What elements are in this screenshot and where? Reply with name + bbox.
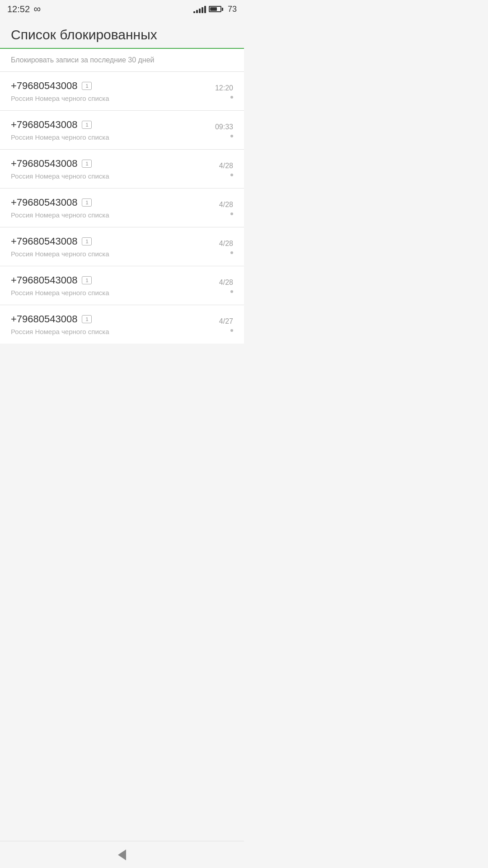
call-phone-number: +79680543008 (11, 119, 77, 131)
filter-bar: Блокировать записи за последние 30 дней (0, 49, 244, 72)
sim-badge: 1 (82, 315, 92, 323)
call-list-item[interactable]: +79680543008 1 Россия Номера черного спи… (0, 72, 244, 111)
call-dot-icon (230, 290, 233, 293)
call-phone-number: +79680543008 (11, 158, 77, 170)
call-list-item[interactable]: +79680543008 1 Россия Номера черного спи… (0, 305, 244, 344)
call-country: Россия (11, 211, 33, 219)
call-dot-icon (230, 212, 233, 215)
call-time-area: 4/28 (219, 278, 233, 293)
call-phone-number: +79680543008 (11, 274, 77, 286)
call-info-left: +79680543008 1 Россия Номера черного спи… (11, 313, 219, 335)
call-number-row: +79680543008 1 (11, 236, 219, 247)
call-number-row: +79680543008 1 (11, 119, 215, 131)
call-time-area: 12:20 (215, 84, 233, 99)
sim-badge: 1 (82, 82, 92, 90)
call-list-type: Номера черного списка (35, 172, 109, 180)
call-phone-number: +79680543008 (11, 313, 77, 325)
call-country: Россия (11, 250, 33, 258)
signal-bars-icon (193, 5, 206, 13)
call-timestamp: 4/28 (219, 201, 233, 209)
call-info-left: +79680543008 1 Россия Номера черного спи… (11, 158, 219, 180)
call-time-area: 4/27 (219, 317, 233, 332)
call-timestamp: 4/28 (219, 278, 233, 287)
call-details: Россия Номера черного списка (11, 172, 219, 180)
call-list-item[interactable]: +79680543008 1 Россия Номера черного спи… (0, 150, 244, 189)
call-number-row: +79680543008 1 (11, 80, 215, 92)
call-time-area: 4/28 (219, 240, 233, 254)
call-timestamp: 4/28 (219, 162, 233, 170)
call-time-area: 4/28 (219, 201, 233, 215)
call-details: Россия Номера черного списка (11, 94, 215, 102)
call-details: Россия Номера черного списка (11, 328, 219, 335)
battery-icon (209, 6, 223, 12)
call-phone-number: +79680543008 (11, 236, 77, 247)
call-list-item[interactable]: +79680543008 1 Россия Номера черного спи… (0, 227, 244, 266)
call-timestamp: 4/28 (219, 240, 233, 248)
call-list-item[interactable]: +79680543008 1 Россия Номера черного спи… (0, 266, 244, 305)
call-list-type: Номера черного списка (35, 94, 109, 102)
call-country: Россия (11, 328, 33, 335)
call-list-type: Номера черного списка (35, 250, 109, 258)
call-details: Россия Номера черного списка (11, 211, 219, 219)
battery-fill (210, 7, 217, 11)
status-time: 12:52 (7, 4, 30, 14)
call-country: Россия (11, 289, 33, 297)
call-info-left: +79680543008 1 Россия Номера черного спи… (11, 197, 219, 219)
page-header: Список блокированных (0, 18, 244, 49)
call-number-row: +79680543008 1 (11, 158, 219, 170)
call-timestamp: 12:20 (215, 84, 233, 92)
call-timestamp: 09:33 (215, 123, 233, 131)
call-list-type: Номера черного списка (35, 211, 109, 219)
call-dot-icon (230, 96, 233, 99)
battery-body (209, 6, 221, 12)
sim-badge: 1 (82, 198, 92, 207)
call-country: Россия (11, 172, 33, 180)
sim-badge: 1 (82, 160, 92, 168)
call-details: Россия Номера черного списка (11, 250, 219, 258)
call-info-left: +79680543008 1 Россия Номера черного спи… (11, 274, 219, 297)
status-time-area: 12:52 ∞ (7, 3, 41, 15)
call-dot-icon (230, 174, 233, 176)
call-list-type: Номера черного списка (35, 133, 109, 141)
battery-level: 73 (228, 5, 237, 14)
call-timestamp: 4/27 (219, 317, 233, 326)
call-list-type: Номера черного списка (35, 289, 109, 297)
call-country: Россия (11, 133, 33, 141)
status-icons: 73 (193, 5, 237, 14)
sim-badge: 1 (82, 121, 92, 129)
call-list-item[interactable]: +79680543008 1 Россия Номера черного спи… (0, 111, 244, 150)
sim-badge: 1 (82, 276, 92, 284)
call-country: Россия (11, 94, 33, 102)
sim-badge: 1 (82, 237, 92, 245)
blocked-calls-list: +79680543008 1 Россия Номера черного спи… (0, 72, 244, 344)
call-number-row: +79680543008 1 (11, 274, 219, 286)
call-info-left: +79680543008 1 Россия Номера черного спи… (11, 236, 219, 258)
call-number-row: +79680543008 1 (11, 313, 219, 325)
call-info-left: +79680543008 1 Россия Номера черного спи… (11, 119, 215, 141)
call-phone-number: +79680543008 (11, 197, 77, 208)
call-list-item[interactable]: +79680543008 1 Россия Номера черного спи… (0, 189, 244, 227)
status-bar: 12:52 ∞ 73 (0, 0, 244, 18)
filter-description: Блокировать записи за последние 30 дней (11, 56, 155, 64)
call-number-row: +79680543008 1 (11, 197, 219, 208)
call-details: Россия Номера черного списка (11, 133, 215, 141)
call-dot-icon (230, 329, 233, 332)
call-phone-number: +79680543008 (11, 80, 77, 92)
call-details: Россия Номера черного списка (11, 289, 219, 297)
call-list-type: Номера черного списка (35, 328, 109, 335)
status-infinity: ∞ (34, 3, 41, 14)
call-dot-icon (230, 135, 233, 137)
call-time-area: 09:33 (215, 123, 233, 137)
call-time-area: 4/28 (219, 162, 233, 176)
battery-tip (222, 8, 223, 11)
page-title: Список блокированных (11, 27, 157, 42)
call-dot-icon (230, 251, 233, 254)
call-info-left: +79680543008 1 Россия Номера черного спи… (11, 80, 215, 102)
